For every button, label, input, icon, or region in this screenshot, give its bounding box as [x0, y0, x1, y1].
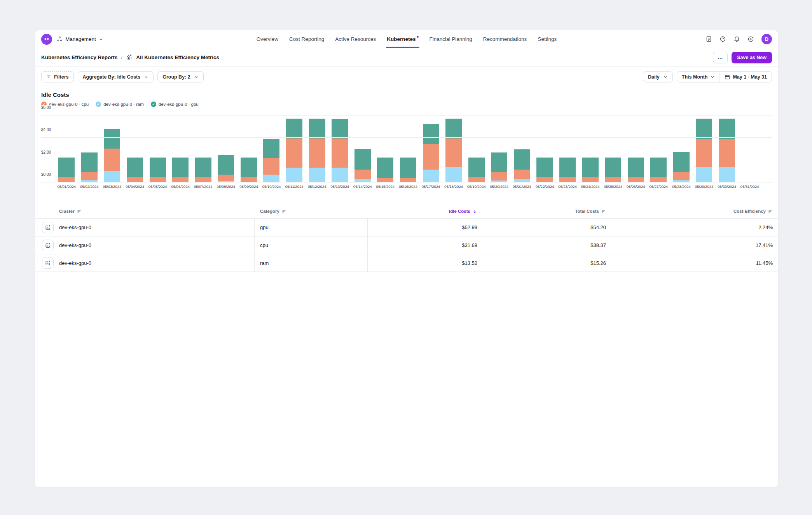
user-avatar[interactable]: D [761, 34, 772, 44]
date-range-picker[interactable]: May 1 - May 31 [719, 72, 772, 82]
bar-segment[interactable] [696, 119, 712, 139]
bar-segment[interactable] [377, 158, 393, 178]
bar-segment[interactable] [696, 167, 712, 182]
bar-segment[interactable] [195, 177, 211, 182]
bar-segment[interactable] [286, 138, 302, 168]
bar-segment[interactable] [719, 167, 735, 182]
tab-active-resources[interactable]: Active Resources [335, 30, 376, 48]
bar-segment[interactable] [332, 138, 348, 168]
bar-segment[interactable] [650, 177, 667, 182]
stacked-bar[interactable] [514, 149, 530, 182]
open-chart-button[interactable] [42, 222, 54, 233]
stacked-bar[interactable] [423, 124, 439, 182]
bar-segment[interactable] [673, 152, 690, 172]
bar-segment[interactable] [536, 158, 553, 177]
bar-segment[interactable] [605, 158, 621, 177]
tab-financial-planning[interactable]: Financial Planning [429, 30, 472, 48]
stacked-bar[interactable] [605, 158, 621, 182]
interval-dropdown[interactable]: Daily [643, 71, 673, 82]
bar-segment[interactable] [127, 177, 143, 182]
bar-segment[interactable] [58, 177, 75, 182]
bar-segment[interactable] [582, 158, 599, 177]
bell-icon[interactable] [733, 36, 740, 42]
stacked-bar[interactable] [241, 158, 257, 182]
bar-segment[interactable] [286, 119, 302, 138]
bar-segment[interactable] [218, 155, 234, 175]
column-header-idle-costs[interactable]: Idle Costs [368, 209, 483, 214]
stacked-bar[interactable] [127, 158, 143, 182]
bar-segment[interactable] [582, 177, 599, 182]
stacked-bar[interactable] [104, 129, 120, 182]
filters-button[interactable]: Filters [41, 71, 74, 82]
stacked-bar[interactable] [172, 158, 189, 182]
tab-settings[interactable]: Settings [538, 30, 557, 48]
tab-recommendations[interactable]: Recommendations [483, 30, 527, 48]
bar-segment[interactable] [445, 167, 462, 182]
bar-segment[interactable] [400, 178, 416, 182]
bar-segment[interactable] [241, 177, 257, 182]
stacked-bar[interactable] [400, 158, 416, 182]
stacked-bar[interactable] [468, 158, 485, 182]
stacked-bar[interactable] [628, 158, 644, 182]
app-logo-icon[interactable] [41, 34, 52, 45]
bar-segment[interactable] [263, 158, 279, 175]
bar-segment[interactable] [423, 124, 439, 144]
bar-segment[interactable] [468, 177, 485, 182]
stacked-bar[interactable] [263, 139, 279, 182]
legend-item[interactable]: ✓dev-eks-gpu-0 - ram [96, 102, 144, 107]
stacked-bar[interactable] [218, 155, 234, 182]
stacked-bar[interactable] [150, 158, 166, 182]
bar-segment[interactable] [104, 129, 120, 148]
bar-segment[interactable] [423, 144, 439, 170]
bar-segment[interactable] [241, 158, 257, 177]
bar-segment[interactable] [423, 170, 439, 182]
bar-segment[interactable] [309, 119, 325, 138]
stacked-bar[interactable] [582, 158, 599, 182]
bar-segment[interactable] [468, 158, 485, 177]
stacked-bar[interactable] [536, 158, 553, 182]
stacked-bar[interactable] [719, 119, 735, 182]
column-header-total-costs[interactable]: Total Costs [483, 209, 611, 214]
bar-segment[interactable] [58, 158, 75, 177]
stacked-bar[interactable] [195, 158, 211, 182]
bar-segment[interactable] [696, 139, 712, 167]
stacked-bar[interactable] [332, 119, 348, 182]
bar-segment[interactable] [628, 177, 644, 182]
help-icon[interactable] [719, 36, 726, 42]
bar-segment[interactable] [127, 158, 143, 177]
open-chart-button[interactable] [42, 257, 54, 269]
bar-segment[interactable] [263, 139, 279, 158]
stacked-bar[interactable] [445, 119, 462, 182]
stacked-bar[interactable] [673, 152, 690, 182]
table-row[interactable]: dev-eks-gpu-0gpu$52.99$54.202.24% [35, 218, 778, 236]
stacked-bar[interactable] [309, 119, 325, 182]
bar-segment[interactable] [445, 138, 462, 167]
table-row[interactable]: dev-eks-gpu-0ram$13.52$15.2611.45% [35, 254, 778, 272]
bar-segment[interactable] [719, 139, 735, 167]
bar-segment[interactable] [150, 177, 166, 182]
bar-segment[interactable] [628, 158, 644, 177]
open-chart-button[interactable] [42, 240, 54, 251]
breadcrumb-parent-link[interactable]: Kubernetes Efficiency Reports [41, 54, 118, 60]
column-header-category[interactable]: Category [255, 209, 368, 214]
group-by-dropdown[interactable]: Group By: 2 [157, 71, 204, 82]
stacked-bar[interactable] [650, 158, 667, 182]
document-icon[interactable] [705, 36, 712, 42]
bar-segment[interactable] [673, 172, 690, 180]
stacked-bar[interactable] [491, 152, 507, 182]
bar-segment[interactable] [559, 177, 576, 182]
workspace-switcher[interactable]: Management [57, 36, 103, 42]
bar-segment[interactable] [172, 158, 189, 177]
bar-segment[interactable] [172, 177, 189, 182]
bar-segment[interactable] [400, 158, 416, 178]
tab-kubernetes[interactable]: Kubernetes [387, 30, 418, 48]
stacked-bar[interactable] [559, 158, 576, 182]
table-row[interactable]: dev-eks-gpu-0cpu$31.69$38.3717.41% [35, 236, 778, 254]
bar-segment[interactable] [719, 119, 735, 139]
bar-segment[interactable] [263, 175, 279, 182]
tab-cost-reporting[interactable]: Cost Reporting [289, 30, 324, 48]
bar-segment[interactable] [332, 168, 348, 182]
bar-segment[interactable] [377, 178, 393, 182]
bar-segment[interactable] [650, 158, 667, 177]
legend-item[interactable]: ✓dev-eks-gpu-0 - gpu [151, 102, 199, 107]
